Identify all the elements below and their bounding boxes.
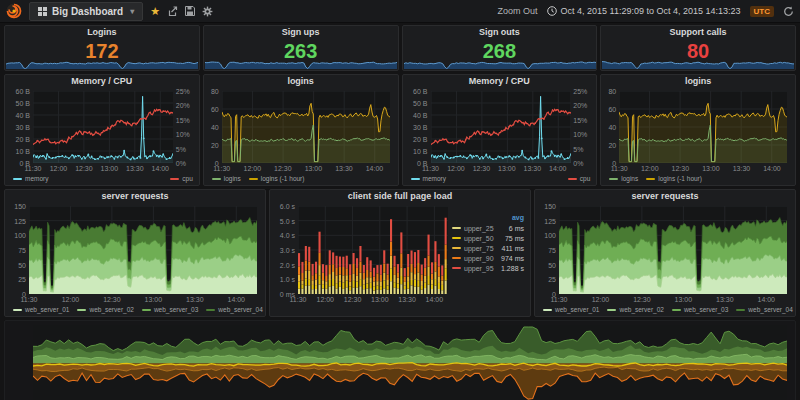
legend-row-upper-90[interactable]: upper_90974 ms	[450, 253, 526, 263]
server-requests-chart[interactable]: 150125100755025011:3012:0012:3013:0013:3…	[537, 203, 793, 315]
memory-cpu-chart[interactable]: 60 B50 B40 B30 B20 B10 B0 B25%20%15%10%5…	[405, 88, 595, 184]
legend-item-logins-1-hour-[interactable]: logins (-1 hour)	[646, 175, 702, 182]
share-icon[interactable]	[167, 6, 178, 17]
legend-item-logins-1-hour-[interactable]: logins (-1 hour)	[249, 175, 305, 182]
plot-area[interactable]	[33, 325, 787, 400]
plot-area[interactable]	[298, 206, 448, 294]
y-axis-tick-right: 5%	[573, 146, 594, 153]
x-axis-tick: 13:30	[733, 165, 751, 172]
panel-title[interactable]: logins	[601, 75, 795, 88]
zoom-out-button[interactable]: Zoom Out	[498, 6, 538, 16]
panel-title[interactable]: Sign ups	[204, 26, 398, 39]
legend-label: logins (-1 hour)	[261, 175, 305, 182]
plot-area[interactable]	[431, 91, 571, 163]
memory-cpu-chart[interactable]: 60 B50 B40 B30 B20 B10 B0 B25%20%15%10%5…	[7, 88, 197, 184]
y-axis-tick: 125	[7, 218, 26, 225]
legend-item-web-server-03[interactable]: web_server_03	[672, 306, 728, 313]
x-axis-tick: 13:00	[305, 165, 323, 172]
y-axis-tick-right: 10%	[573, 131, 594, 138]
legend-swatch	[609, 178, 618, 180]
panel-title[interactable]: Memory / CPU	[403, 75, 597, 88]
row-streamgraph	[4, 320, 796, 400]
grafana-logo[interactable]	[6, 3, 22, 19]
legend-swatch	[646, 178, 655, 180]
legend-item-cpu[interactable]: cpu	[568, 175, 590, 182]
x-axis-tick: 13:30	[524, 165, 542, 172]
legend: loginslogins (-1 hour)	[212, 173, 392, 184]
y-axis-tick-right: 15%	[573, 117, 594, 124]
legend-item-logins[interactable]: logins	[609, 175, 638, 182]
y-axis-tick: 10 B	[405, 148, 428, 155]
refresh-icon[interactable]	[783, 6, 794, 17]
plot-area[interactable]	[33, 91, 173, 163]
legend-item-web-server-03[interactable]: web_server_03	[142, 306, 198, 313]
legend-row-upper-25[interactable]: upper_256 ms	[450, 223, 526, 233]
legend-item-web-server-02[interactable]: web_server_02	[607, 306, 663, 313]
plot-area[interactable]	[619, 91, 787, 163]
legend: memorycpu	[411, 173, 591, 184]
panel-title[interactable]: Memory / CPU	[5, 75, 199, 88]
y-axis-tick: 100	[7, 232, 26, 239]
panel-title[interactable]: logins	[204, 75, 398, 88]
legend-item-cpu[interactable]: cpu	[170, 175, 192, 182]
save-icon[interactable]	[185, 6, 195, 16]
panel-title[interactable]: Support calls	[601, 26, 795, 39]
panel-title[interactable]: client side full page load	[270, 190, 530, 203]
dashboard-grid-icon	[38, 7, 47, 16]
x-axis-tick: 12:30	[103, 296, 121, 303]
y-axis-tick: 125	[537, 218, 556, 225]
panel-title[interactable]: Sign outs	[403, 26, 597, 39]
panel-memory-cpu: Memory / CPU 60 B50 B40 B30 B20 B10 B0 B…	[4, 74, 200, 186]
singlestat-value: 172	[5, 39, 199, 63]
plot-area[interactable]	[222, 91, 390, 163]
streamgraph-chart[interactable]	[7, 323, 793, 400]
legend-label: upper_50	[464, 235, 502, 242]
y-axis-tick: 25	[537, 276, 556, 283]
logins-chart[interactable]: 80604020011:3012:0012:3013:0013:3014:00l…	[603, 88, 793, 184]
dashboard-picker[interactable]: Big Dashboard ▾	[29, 2, 143, 21]
legend-item-memory[interactable]: memory	[411, 175, 446, 182]
server-requests-chart[interactable]: 150125100755025011:3012:0012:3013:0013:3…	[7, 203, 263, 315]
logins-chart[interactable]: 80604020011:3012:0012:3013:0013:3014:00l…	[206, 88, 396, 184]
time-range-picker[interactable]: Oct 4, 2015 11:29:09 to Oct 4, 2015 14:1…	[547, 6, 741, 16]
star-icon[interactable]: ★	[150, 6, 160, 17]
x-axis-tick: 12:00	[317, 296, 335, 303]
legend-row-upper-95[interactable]: upper_951.288 s	[450, 263, 526, 273]
singlestat-value: 263	[204, 39, 398, 63]
panel-title[interactable]: server requests	[535, 190, 795, 203]
y-axis-tick-right: 25%	[176, 88, 197, 95]
panel-title[interactable]: Logins	[5, 26, 199, 39]
legend-item-web-server-01[interactable]: web_server_01	[543, 306, 599, 313]
panel-streamgraph	[4, 320, 796, 400]
dashboard-grid: Logins 172 Sign ups 263 Sign outs 268 Su…	[0, 23, 800, 400]
client-page-load-chart[interactable]: 6.0 s5.0 s4.0 s3.0 s2.0 s1.0 s0 ms11:301…	[272, 203, 528, 315]
legend-row-upper-50[interactable]: upper_5075 ms	[450, 233, 526, 243]
panel-logins-graph: logins 80604020011:3012:0012:3013:0013:3…	[203, 74, 399, 186]
panel-title[interactable]: server requests	[5, 190, 265, 203]
legend-item-web-server-04[interactable]: web_server_04	[736, 306, 792, 313]
legend-swatch	[452, 257, 461, 259]
y-axis-tick: 6.0 s	[272, 203, 295, 210]
plot-area[interactable]	[559, 206, 787, 294]
y-axis-tick: 150	[7, 203, 26, 210]
x-axis-tick: 11:30	[551, 296, 568, 303]
plot-area[interactable]	[29, 206, 257, 294]
legend-label: upper_95	[464, 265, 498, 272]
legend-avg-value: 6 ms	[509, 225, 524, 232]
y-axis-tick: 25	[7, 276, 26, 283]
legend-item-memory[interactable]: memory	[13, 175, 48, 182]
y-axis-tick: 30 B	[405, 124, 428, 131]
legend-item-web-server-04[interactable]: web_server_04	[206, 306, 262, 313]
legend-row-upper-75[interactable]: upper_75411 ms	[450, 243, 526, 253]
y-axis-tick: 30 B	[7, 124, 30, 131]
gear-icon[interactable]	[202, 6, 213, 17]
legend-swatch	[452, 237, 461, 239]
legend-item-logins[interactable]: logins	[212, 175, 241, 182]
legend-item-web-server-02[interactable]: web_server_02	[77, 306, 133, 313]
legend-label: web_server_02	[619, 306, 663, 313]
x-axis-tick: 12:30	[633, 296, 651, 303]
legend-item-web-server-01[interactable]: web_server_01	[13, 306, 69, 313]
timezone-badge[interactable]: UTC	[750, 6, 774, 17]
x-axis-tick: 14:00	[758, 296, 776, 303]
row-graphs-small: Memory / CPU 60 B50 B40 B30 B20 B10 B0 B…	[4, 74, 796, 186]
